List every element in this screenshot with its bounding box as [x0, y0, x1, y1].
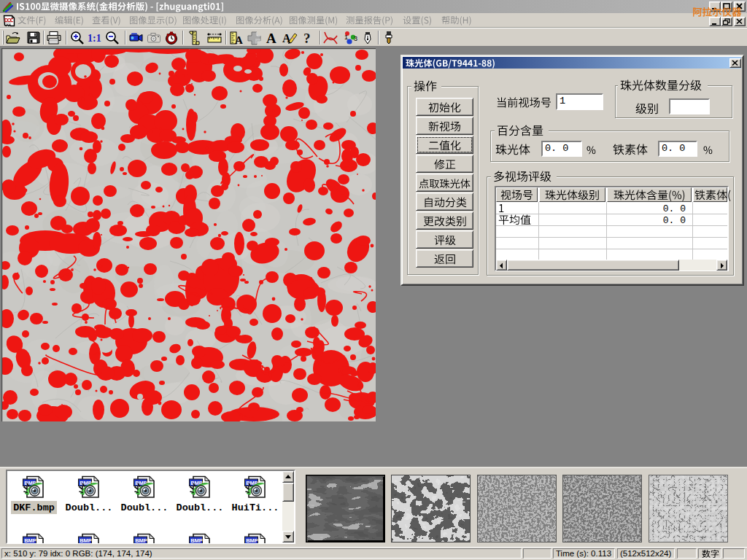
svg-text:BMP: BMP	[190, 537, 203, 543]
svg-text:3: 3	[354, 35, 357, 42]
svg-text:BMP: BMP	[24, 537, 36, 543]
svg-text:BMP: BMP	[135, 537, 147, 543]
svg-text:1: 1	[344, 34, 348, 41]
svg-text:A: A	[266, 31, 276, 46]
svg-text:1:1: 1:1	[88, 33, 101, 44]
svg-text:A: A	[235, 34, 243, 46]
svg-text:BMP: BMP	[246, 537, 258, 543]
svg-text:BMP: BMP	[80, 537, 92, 543]
svg-text:?: ?	[303, 31, 311, 46]
